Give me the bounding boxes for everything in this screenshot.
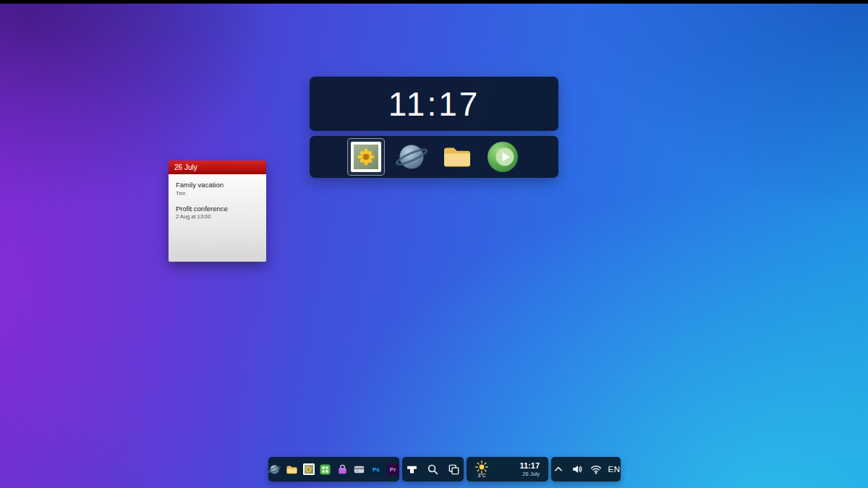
calendar-event-when: 2 Aug at 13:00 (176, 213, 259, 220)
launcher-logo-icon (406, 463, 418, 476)
tray-expand-button[interactable] (552, 461, 565, 477)
volume-icon (571, 463, 583, 475)
taskbar-app-browser[interactable] (268, 461, 281, 477)
taskbar-app-software-center[interactable] (319, 461, 332, 477)
taskbar-app-files[interactable] (285, 461, 298, 477)
dock-item-files[interactable] (439, 139, 475, 175)
sun-icon (475, 461, 488, 474)
folder-icon (441, 141, 474, 173)
calendar-event-when: Tmr. (176, 190, 259, 197)
calendar-header: 26 July (169, 160, 266, 174)
planet-icon (396, 141, 427, 173)
taskbar-app-store[interactable] (336, 461, 349, 477)
software-center-icon (319, 463, 331, 476)
premiere-icon: Pr (387, 463, 399, 476)
dock-item-player[interactable] (485, 139, 521, 175)
taskbar: Ps Pr (268, 457, 621, 481)
volume-button[interactable] (571, 461, 584, 477)
weather-temperature: 3°C (478, 473, 486, 478)
desktop: 11:17 (0, 0, 868, 488)
search-icon (427, 463, 439, 476)
taskbar-clock[interactable]: 11:17 26 July (519, 461, 540, 477)
media-player-icon (485, 140, 520, 174)
app-launcher-button[interactable] (406, 461, 419, 477)
calendar-event-title: Profit conference (176, 205, 259, 213)
taskbar-app-photos[interactable] (302, 461, 315, 477)
clock-widget-time: 11:17 (388, 85, 480, 124)
photos-icon (303, 463, 315, 475)
weather-widget[interactable]: 3°C (475, 461, 488, 478)
flower-icon (305, 466, 312, 473)
taskbar-app-photoshop[interactable]: Ps (370, 461, 383, 477)
screen-top-bezel (0, 0, 868, 4)
taskbar-clock-time: 11:17 (519, 461, 540, 470)
dock-item-photos[interactable] (348, 139, 384, 175)
wifi-icon (590, 463, 602, 475)
taskbar-app-cards[interactable] (353, 461, 366, 477)
shopping-bag-icon (336, 463, 349, 476)
dock-widget (310, 136, 558, 178)
folder-icon (286, 463, 298, 476)
wifi-button[interactable] (590, 461, 603, 477)
card-icon (353, 463, 365, 476)
calendar-event-title: Family vacation (176, 181, 259, 189)
calendar-widget[interactable]: 26 July Family vacation Tmr. Profit conf… (169, 160, 266, 262)
taskbar-weather-clock: 3°C 11:17 26 July (467, 457, 548, 481)
taskbar-app-premiere[interactable]: Pr (386, 461, 399, 477)
calendar-event[interactable]: Family vacation Tmr. (176, 181, 259, 197)
window-overview-button[interactable] (448, 461, 461, 477)
photoshop-icon: Ps (370, 463, 382, 476)
search-button[interactable] (427, 461, 440, 477)
calendar-body: Family vacation Tmr. Profit conference 2… (169, 174, 266, 262)
chevron-up-icon (553, 464, 563, 474)
calendar-event[interactable]: Profit conference 2 Aug at 13:00 (176, 205, 259, 221)
dock-item-browser[interactable] (393, 139, 430, 175)
window-overview-icon (448, 463, 460, 476)
keyboard-layout-button[interactable]: EN (608, 465, 621, 474)
taskbar-pinned-apps: Ps Pr (268, 457, 399, 481)
photos-icon (351, 142, 381, 172)
taskbar-system-tray: EN (551, 457, 621, 481)
clock-widget[interactable]: 11:17 (310, 77, 558, 131)
taskbar-launcher-group (402, 457, 464, 481)
flower-icon (357, 148, 375, 166)
taskbar-clock-date: 26 July (522, 471, 540, 477)
planet-icon (268, 463, 281, 476)
